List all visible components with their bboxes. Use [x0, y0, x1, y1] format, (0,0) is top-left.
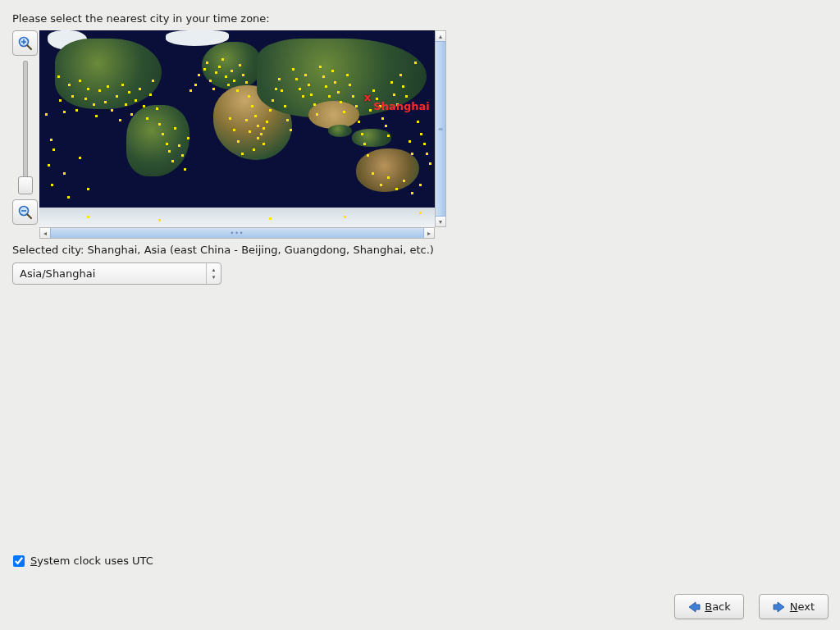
city-dot[interactable]	[346, 74, 349, 76]
city-dot[interactable]	[156, 107, 158, 110]
city-dot[interactable]	[281, 89, 283, 92]
city-dot[interactable]	[275, 88, 277, 90]
scroll-right-button[interactable]: ▸	[424, 228, 434, 238]
city-dot[interactable]	[385, 125, 387, 127]
city-dot[interactable]	[358, 121, 360, 123]
next-button[interactable]: Next	[759, 594, 829, 619]
city-dot[interactable]	[429, 162, 431, 165]
city-dot[interactable]	[253, 148, 255, 151]
city-dot[interactable]	[367, 154, 369, 157]
city-dot[interactable]	[48, 164, 50, 167]
city-dot[interactable]	[387, 135, 390, 137]
city-dot[interactable]	[184, 168, 186, 171]
city-dot[interactable]	[269, 109, 272, 112]
city-dot[interactable]	[361, 133, 363, 135]
city-dot[interactable]	[121, 84, 124, 86]
city-dot[interactable]	[45, 113, 48, 116]
city-dot[interactable]	[249, 130, 251, 133]
city-dot[interactable]	[51, 184, 53, 186]
city-dot[interactable]	[260, 133, 262, 135]
city-dot[interactable]	[419, 184, 422, 186]
city-dot[interactable]	[292, 68, 294, 71]
city-dot[interactable]	[387, 176, 390, 179]
city-dot[interactable]	[79, 80, 81, 82]
city-dot[interactable]	[135, 99, 137, 102]
city-dot[interactable]	[152, 80, 154, 82]
city-dot[interactable]	[254, 115, 257, 117]
zoom-in-button[interactable]	[12, 30, 38, 56]
city-dot[interactable]	[402, 85, 404, 88]
zoom-out-button[interactable]	[12, 199, 38, 225]
city-dot[interactable]	[95, 115, 98, 117]
city-dot[interactable]	[313, 103, 316, 106]
city-dot[interactable]	[380, 184, 382, 186]
city-dot[interactable]	[328, 95, 331, 98]
city-dot[interactable]	[233, 129, 235, 131]
city-dot[interactable]	[71, 95, 74, 98]
city-dot[interactable]	[84, 98, 87, 100]
city-dot[interactable]	[168, 150, 171, 153]
city-dot[interactable]	[245, 81, 248, 84]
city-dot[interactable]	[325, 85, 327, 88]
city-dot[interactable]	[299, 88, 301, 90]
city-dot[interactable]	[166, 143, 168, 145]
city-dot[interactable]	[63, 172, 66, 175]
city-dot[interactable]	[390, 81, 393, 84]
city-dot[interactable]	[257, 125, 259, 127]
city-dot[interactable]	[322, 75, 325, 78]
city-dot[interactable]	[233, 80, 235, 82]
city-dot[interactable]	[139, 88, 141, 90]
city-dot[interactable]	[343, 111, 345, 113]
scroll-up-button[interactable]: ▴	[436, 31, 445, 41]
city-dot[interactable]	[143, 105, 145, 107]
city-dot[interactable]	[125, 103, 127, 106]
map-horizontal-scrollbar[interactable]: ◂ ••• ▸	[39, 227, 435, 239]
city-dot[interactable]	[372, 172, 374, 175]
city-dot[interactable]	[417, 121, 419, 123]
city-dot[interactable]	[79, 157, 81, 159]
city-dot[interactable]	[57, 75, 60, 78]
city-dot[interactable]	[409, 140, 411, 143]
city-dot[interactable]	[104, 101, 107, 103]
city-dot[interactable]	[290, 129, 292, 131]
city-dot[interactable]	[174, 127, 176, 130]
city-dot[interactable]	[98, 89, 101, 92]
city-dot[interactable]	[304, 74, 307, 76]
city-dot[interactable]	[87, 188, 89, 190]
city-dot[interactable]	[262, 127, 265, 130]
city-dot[interactable]	[212, 88, 215, 90]
city-dot[interactable]	[248, 95, 250, 98]
city-dot[interactable]	[187, 137, 189, 139]
city-dot[interactable]	[355, 105, 358, 107]
city-dot[interactable]	[337, 91, 340, 94]
city-dot[interactable]	[87, 216, 89, 218]
utc-checkbox-input[interactable]	[13, 555, 25, 567]
city-dot[interactable]	[68, 84, 71, 86]
city-dot[interactable]	[310, 94, 313, 96]
city-dot[interactable]	[75, 109, 78, 112]
city-dot[interactable]	[363, 143, 366, 145]
city-dot[interactable]	[369, 109, 372, 112]
city-dot[interactable]	[420, 133, 422, 135]
city-dot[interactable]	[403, 180, 405, 182]
system-clock-utc-checkbox[interactable]: System clock uses UTC	[13, 555, 153, 567]
city-dot[interactable]	[50, 139, 52, 141]
scroll-left-button[interactable]: ◂	[40, 228, 50, 238]
city-dot[interactable]	[242, 74, 244, 76]
city-dot[interactable]	[111, 109, 113, 112]
map-viewport[interactable]: xShanghai	[39, 30, 435, 227]
city-dot[interactable]	[414, 62, 417, 64]
city-dot[interactable]	[194, 84, 197, 86]
city-dot[interactable]	[149, 94, 152, 96]
city-dot[interactable]	[399, 74, 402, 76]
city-dot[interactable]	[426, 153, 428, 155]
city-dot[interactable]	[237, 140, 240, 143]
city-dot[interactable]	[158, 123, 161, 126]
city-dot[interactable]	[393, 94, 395, 96]
city-dot[interactable]	[146, 117, 148, 120]
city-dot[interactable]	[67, 196, 70, 199]
city-dot[interactable]	[209, 80, 212, 82]
city-dot[interactable]	[272, 99, 274, 102]
city-dot[interactable]	[181, 154, 184, 157]
city-dot[interactable]	[372, 89, 375, 92]
